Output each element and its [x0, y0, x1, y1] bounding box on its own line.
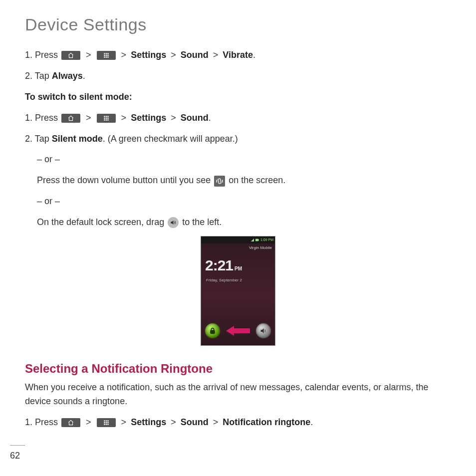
- lockscreen-instruction: On the default lock screen, drag to the …: [37, 216, 451, 230]
- speaker-icon: [168, 217, 179, 228]
- separator: >: [169, 417, 178, 427]
- status-time: 1:09 PM: [260, 238, 273, 243]
- svg-rect-12: [104, 118, 105, 119]
- svg-rect-22: [104, 421, 105, 422]
- sound-label: Sound: [181, 50, 209, 60]
- svg-rect-16: [105, 119, 106, 120]
- page-title: Device Settings: [25, 15, 451, 34]
- svg-rect-7: [105, 57, 106, 58]
- text: .: [209, 113, 211, 123]
- settings-label: Settings: [131, 113, 166, 123]
- svg-rect-9: [104, 116, 105, 117]
- separator: >: [84, 50, 93, 60]
- svg-rect-3: [104, 55, 105, 56]
- apps-key-icon: [97, 51, 116, 60]
- text: 2. Tap: [25, 134, 49, 144]
- text: Press the down volume button until you s…: [37, 175, 211, 185]
- separator: >: [169, 50, 178, 60]
- battery-icon: [255, 238, 259, 241]
- separator: >: [119, 417, 129, 427]
- lockscreen-clock: 2:21PM: [201, 251, 275, 277]
- unlock-slider: [201, 323, 275, 338]
- svg-rect-5: [107, 55, 108, 56]
- sound-label: Sound: [181, 417, 209, 427]
- step-3: 1. Press > > Settings > Sound.: [25, 111, 451, 125]
- silent-mode-label: Silent mode: [52, 134, 103, 144]
- svg-rect-1: [105, 53, 106, 54]
- separator: >: [84, 113, 93, 123]
- sound-orb-icon: [256, 323, 271, 338]
- text: . (A green checkmark will appear.): [103, 134, 238, 144]
- page-number: 62: [10, 451, 20, 461]
- clock-time: 2:21: [205, 257, 233, 273]
- sound-label: Sound: [181, 113, 209, 123]
- step-4: 2. Tap Silent mode. (A green checkmark w…: [25, 132, 451, 146]
- separator: >: [119, 50, 129, 60]
- svg-rect-10: [105, 116, 106, 117]
- switch-silent-heading: To switch to silent mode:: [25, 90, 451, 104]
- svg-rect-24: [107, 421, 108, 422]
- svg-rect-29: [105, 424, 106, 425]
- phone-screen: 1:09 PM Virgin Mobile 2:21PM Friday, Sep…: [201, 237, 275, 345]
- svg-rect-13: [105, 118, 106, 119]
- svg-rect-17: [107, 119, 108, 120]
- arrow-left-icon: [220, 326, 256, 336]
- separator: >: [119, 113, 129, 123]
- separator: >: [211, 50, 221, 60]
- page-footer: 62: [10, 445, 25, 461]
- svg-rect-23: [105, 421, 106, 422]
- svg-rect-21: [211, 330, 215, 333]
- notification-ringtone-label: Notification ringtone: [223, 417, 310, 427]
- signal-icon: [251, 238, 254, 241]
- text: .: [310, 417, 313, 427]
- footer-rule: [10, 445, 25, 446]
- settings-label: Settings: [131, 50, 166, 60]
- text: .: [253, 50, 255, 60]
- text: 2. Tap: [25, 71, 49, 81]
- always-label: Always: [52, 71, 83, 81]
- separator: >: [84, 417, 93, 427]
- settings-label: Settings: [131, 417, 166, 427]
- svg-rect-4: [105, 55, 106, 56]
- text: 1. Press: [25, 417, 58, 427]
- svg-rect-11: [107, 116, 108, 117]
- step-2: 2. Tap Always.: [25, 69, 451, 83]
- svg-rect-0: [104, 53, 105, 54]
- text: on the screen.: [229, 175, 285, 185]
- text: On the default lock screen, drag: [37, 217, 164, 227]
- svg-rect-18: [218, 179, 222, 184]
- svg-rect-28: [104, 424, 105, 425]
- text: 1. Press: [25, 113, 58, 123]
- step-1: 1. Press > > Settings > Sound > Vibrate.: [25, 48, 451, 62]
- step-5: 1. Press > > Settings > Sound > Notifica…: [25, 416, 451, 430]
- separator: >: [169, 113, 178, 123]
- notification-ringtone-heading: Selecting a Notification Ringtone: [25, 359, 451, 378]
- svg-rect-2: [107, 53, 108, 54]
- svg-rect-8: [107, 57, 108, 58]
- svg-rect-14: [107, 118, 108, 119]
- svg-rect-26: [105, 422, 106, 423]
- text: to the left.: [182, 217, 222, 227]
- svg-rect-30: [107, 424, 108, 425]
- svg-rect-15: [104, 119, 105, 120]
- carrier-label: Virgin Mobile: [201, 243, 275, 251]
- vibrate-label: Vibrate: [223, 50, 253, 60]
- svg-rect-20: [258, 239, 259, 240]
- status-bar: 1:09 PM: [201, 237, 275, 243]
- svg-rect-19: [255, 239, 258, 241]
- text: .: [83, 71, 85, 81]
- svg-rect-27: [107, 422, 108, 423]
- lockscreen-illustration: 1:09 PM Virgin Mobile 2:21PM Friday, Sep…: [25, 237, 451, 345]
- home-key-icon: [61, 51, 80, 60]
- text: 1. Press: [25, 50, 58, 60]
- svg-rect-6: [104, 57, 105, 58]
- home-key-icon: [61, 418, 80, 427]
- clock-ampm: PM: [233, 266, 242, 271]
- apps-key-icon: [97, 114, 116, 123]
- vibrate-phone-icon: [214, 176, 225, 187]
- home-key-icon: [61, 114, 80, 123]
- notification-ringtone-body: When you receive a notification, such as…: [25, 381, 451, 409]
- or-separator: – or –: [37, 195, 451, 209]
- lockscreen-date: Friday, September 2: [201, 277, 275, 283]
- separator: >: [211, 417, 221, 427]
